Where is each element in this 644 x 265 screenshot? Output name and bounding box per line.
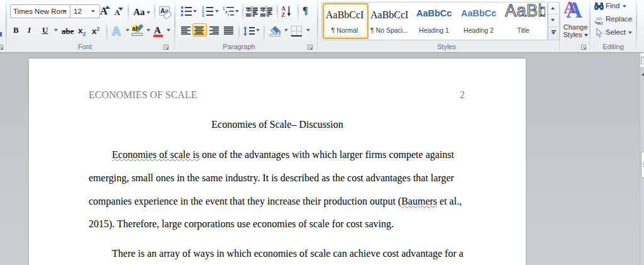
svg-text:i: i (228, 13, 229, 17)
svg-text:3: 3 (202, 13, 204, 17)
svg-text:Z: Z (281, 11, 286, 18)
svg-text:c: c (601, 20, 604, 25)
